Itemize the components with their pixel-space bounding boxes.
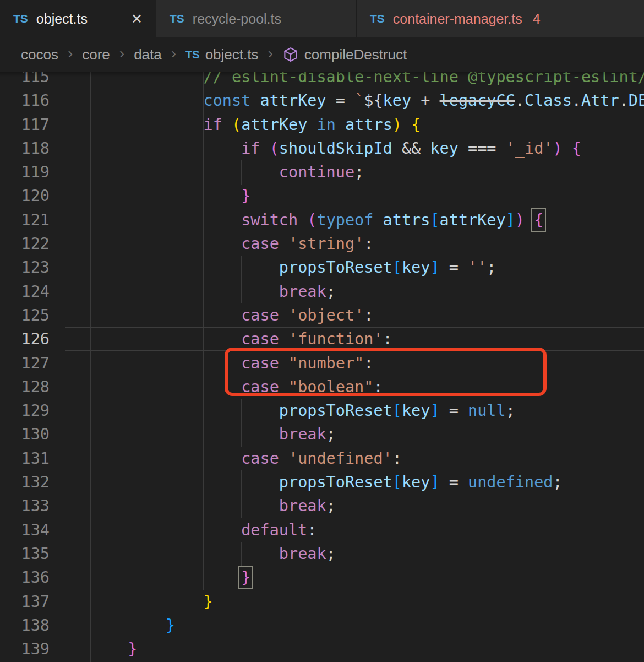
- code-line-119[interactable]: 119 continue;: [0, 160, 644, 184]
- line-number[interactable]: 132: [0, 470, 50, 494]
- line-number[interactable]: 136: [0, 566, 50, 589]
- code-editor[interactable]: 115 // eslint-disable-next-line @typescr…: [0, 72, 644, 662]
- code-text: }: [52, 637, 137, 661]
- code-text: // eslint-disable-next-line @typescript-…: [52, 72, 644, 89]
- line-number[interactable]: 121: [0, 208, 50, 232]
- typescript-file-icon: TS: [370, 12, 385, 25]
- code-line-126[interactable]: 126 case 'function':: [0, 327, 644, 351]
- code-line-132[interactable]: 132 propsToReset[key] = undefined;: [0, 470, 644, 494]
- code-text: case "boolean":: [52, 375, 383, 399]
- line-number[interactable]: 131: [0, 447, 50, 470]
- code-line-128[interactable]: 128 case "boolean":: [0, 375, 644, 399]
- line-number[interactable]: 138: [0, 614, 50, 637]
- code-line-124[interactable]: 124 break;: [0, 280, 644, 303]
- typescript-file-icon: TS: [185, 48, 200, 61]
- code-text: propsToReset[key] = '';: [52, 256, 496, 279]
- breadcrumb-item-object-ts[interactable]: TS object.ts: [185, 46, 258, 63]
- line-number[interactable]: 125: [0, 303, 50, 327]
- code-text: case 'object':: [52, 303, 373, 327]
- code-text: case 'string':: [52, 232, 373, 256]
- code-lines: 115 // eslint-disable-next-line @typescr…: [0, 72, 644, 661]
- code-text: break;: [52, 542, 336, 566]
- line-number[interactable]: 135: [0, 542, 50, 566]
- code-text: break;: [52, 494, 336, 518]
- line-number[interactable]: 134: [0, 518, 50, 542]
- code-text: }: [52, 566, 250, 589]
- close-icon[interactable]: ✕: [131, 11, 143, 27]
- code-line-125[interactable]: 125 case 'object':: [0, 303, 644, 327]
- code-text: case 'undefined':: [52, 447, 402, 470]
- tab-label: recycle-pool.ts: [193, 11, 281, 27]
- tab-label: container-manager.ts: [393, 11, 522, 27]
- code-text: }: [52, 590, 213, 614]
- tab-container-manager-ts[interactable]: TS container-manager.ts 4: [356, 0, 644, 37]
- line-number[interactable]: 117: [0, 113, 50, 137]
- line-number[interactable]: 137: [0, 590, 50, 614]
- breadcrumb-item-data[interactable]: data: [134, 46, 162, 63]
- line-number[interactable]: 118: [0, 137, 50, 160]
- line-number[interactable]: 130: [0, 422, 50, 446]
- line-number[interactable]: 128: [0, 375, 50, 399]
- line-number[interactable]: 122: [0, 232, 50, 256]
- code-text: switch (typeof attrs[attrKey]) {: [52, 208, 543, 232]
- tab-label: object.ts: [36, 11, 88, 27]
- line-number[interactable]: 129: [0, 399, 50, 422]
- code-text: }: [52, 184, 250, 208]
- code-line-121[interactable]: 121 switch (typeof attrs[attrKey]) {: [0, 208, 644, 232]
- code-line-130[interactable]: 130 break;: [0, 422, 644, 446]
- code-text: propsToReset[key] = undefined;: [52, 470, 563, 494]
- typescript-file-icon: TS: [170, 12, 184, 25]
- code-line-137[interactable]: 137 }: [0, 590, 644, 614]
- breadcrumb: cocos › core › data › TS object.ts › com…: [0, 37, 644, 72]
- code-line-123[interactable]: 123 propsToReset[key] = '';: [0, 256, 644, 279]
- line-number[interactable]: 124: [0, 280, 50, 303]
- code-line-122[interactable]: 122 case 'string':: [0, 232, 644, 256]
- code-line-117[interactable]: 117 if (attrKey in attrs) {: [0, 113, 644, 137]
- code-line-131[interactable]: 131 case 'undefined':: [0, 447, 644, 470]
- code-line-115[interactable]: 115 // eslint-disable-next-line @typescr…: [0, 72, 644, 89]
- problem-count-badge: 4: [533, 11, 541, 27]
- line-number[interactable]: 116: [0, 89, 50, 112]
- code-line-133[interactable]: 133 break;: [0, 494, 644, 518]
- code-text: const attrKey = `${key + legacyCC.Class.…: [52, 89, 644, 112]
- code-line-135[interactable]: 135 break;: [0, 542, 644, 566]
- code-text: }: [52, 614, 175, 637]
- code-line-129[interactable]: 129 propsToReset[key] = null;: [0, 399, 644, 422]
- code-text: if (attrKey in attrs) {: [52, 113, 421, 137]
- symbol-method-icon: [282, 46, 299, 63]
- code-text: continue;: [52, 160, 364, 184]
- code-text: break;: [52, 280, 336, 303]
- code-line-120[interactable]: 120 }: [0, 184, 644, 208]
- line-number[interactable]: 115: [0, 72, 50, 89]
- code-text: break;: [52, 422, 336, 446]
- breadcrumb-item-compiledestruct[interactable]: compileDestruct: [282, 46, 407, 63]
- code-line-136[interactable]: 136 }: [0, 566, 644, 589]
- code-text: propsToReset[key] = null;: [52, 399, 515, 422]
- code-line-134[interactable]: 134 default:: [0, 518, 644, 542]
- breadcrumb-item-cocos[interactable]: cocos: [21, 46, 58, 63]
- code-line-116[interactable]: 116 const attrKey = `${key + legacyCC.Cl…: [0, 89, 644, 112]
- chevron-right-icon: ›: [119, 45, 124, 62]
- chevron-right-icon: ›: [171, 45, 176, 62]
- code-line-139[interactable]: 139 }: [0, 637, 644, 661]
- line-number[interactable]: 123: [0, 256, 50, 279]
- line-number[interactable]: 133: [0, 494, 50, 518]
- line-number[interactable]: 119: [0, 160, 50, 184]
- line-number[interactable]: 120: [0, 184, 50, 208]
- line-number[interactable]: 126: [0, 327, 50, 351]
- editor-tab-bar: TS object.ts ✕ TS recycle-pool.ts TS con…: [0, 0, 644, 37]
- line-number[interactable]: 139: [0, 637, 50, 661]
- tab-object-ts[interactable]: TS object.ts ✕: [0, 0, 156, 37]
- code-text: case 'function':: [52, 327, 392, 351]
- code-text: default:: [52, 518, 316, 542]
- code-line-127[interactable]: 127 case "number":: [0, 351, 644, 375]
- tab-recycle-pool-ts[interactable]: TS recycle-pool.ts: [156, 0, 356, 37]
- breadcrumb-label: object.ts: [205, 46, 259, 63]
- breadcrumb-item-core[interactable]: core: [82, 46, 110, 63]
- code-line-138[interactable]: 138 }: [0, 614, 644, 637]
- code-text: case "number":: [52, 351, 373, 375]
- line-number[interactable]: 127: [0, 351, 50, 375]
- code-text: if (shouldSkipId && key === '_id') {: [52, 137, 581, 160]
- chevron-right-icon: ›: [68, 45, 73, 62]
- code-line-118[interactable]: 118 if (shouldSkipId && key === '_id') {: [0, 137, 644, 160]
